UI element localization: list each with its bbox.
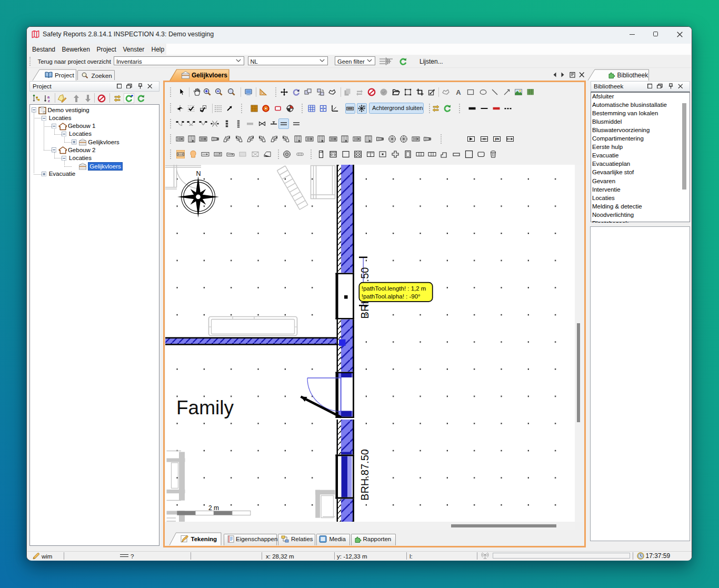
svg-text:!pathTool.length! : 1,2 m: !pathTool.length! : 1,2 m xyxy=(361,285,426,291)
svg-text:N: N xyxy=(196,170,201,177)
svg-text:z: z xyxy=(48,98,50,103)
svg-text:BRH.87.50: BRH.87.50 xyxy=(358,449,370,501)
svg-text:!pathTool.alpha! : -90°: !pathTool.alpha! : -90° xyxy=(361,293,420,300)
svg-text:2 m: 2 m xyxy=(208,504,219,512)
svg-text:N: N xyxy=(363,104,365,107)
svg-text:A: A xyxy=(456,88,461,96)
svg-text:Family: Family xyxy=(176,396,234,418)
